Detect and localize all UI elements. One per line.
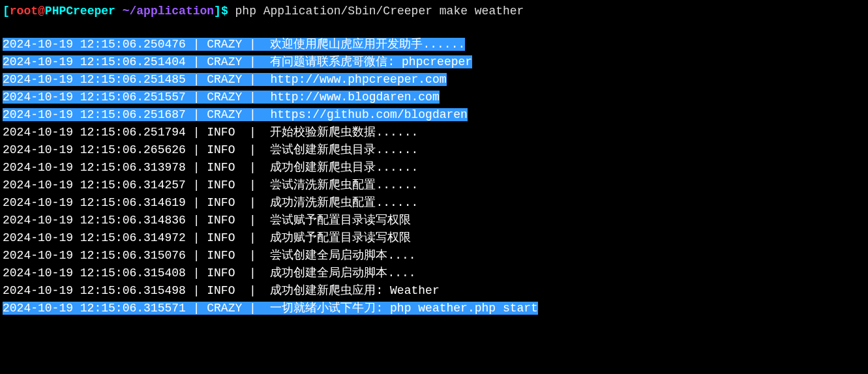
- log-normal-text: 2024-10-19 12:15:06.251794 | INFO | 开始校验…: [3, 126, 418, 139]
- log-line: 2024-10-19 12:15:06.315076 | INFO | 尝试创建…: [3, 247, 865, 265]
- log-line: 2024-10-19 12:15:06.251557 | CRAZY | htt…: [3, 89, 865, 106]
- log-line: 2024-10-19 12:15:06.315498 | INFO | 成功创建…: [3, 282, 865, 300]
- log-highlighted-text: 2024-10-19 12:15:06.250476 | CRAZY | 欢迎使…: [3, 38, 465, 51]
- log-normal-text: 2024-10-19 12:15:06.314836 | INFO | 尝试赋予…: [3, 214, 411, 227]
- prompt-path: /application: [129, 5, 214, 18]
- log-normal-text: 2024-10-19 12:15:06.315076 | INFO | 尝试创建…: [3, 249, 416, 262]
- log-normal-text: 2024-10-19 12:15:06.314619 | INFO | 成功清洗…: [3, 196, 418, 209]
- bracket-close: ]: [214, 5, 221, 18]
- log-highlighted-text: 2024-10-19 12:15:06.251485 | CRAZY | htt…: [3, 73, 447, 86]
- log-normal-text: 2024-10-19 12:15:06.313978 | INFO | 成功创建…: [3, 161, 418, 174]
- log-normal-text: 2024-10-19 12:15:06.315408 | INFO | 成功创建…: [3, 266, 416, 280]
- prompt-user: root: [10, 5, 38, 18]
- bracket-open: [: [3, 5, 10, 18]
- prompt-at: @: [38, 5, 45, 18]
- prompt-host: PHPCreeper: [45, 5, 123, 18]
- log-line: 2024-10-19 12:15:06.250476 | CRAZY | 欢迎使…: [3, 36, 865, 53]
- log-line: 2024-10-19 12:15:06.314836 | INFO | 尝试赋予…: [3, 212, 865, 229]
- log-line: 2024-10-19 12:15:06.315408 | INFO | 成功创建…: [3, 265, 865, 282]
- prompt-dollar: $: [221, 5, 235, 18]
- log-line: 2024-10-19 12:15:06.314619 | INFO | 成功清洗…: [3, 194, 865, 212]
- log-normal-text: 2024-10-19 12:15:06.265626 | INFO | 尝试创建…: [3, 143, 418, 156]
- log-highlighted-text: 2024-10-19 12:15:06.251557 | CRAZY | htt…: [3, 91, 440, 104]
- command-text: php Application/Sbin/Creeper make weathe…: [235, 5, 524, 18]
- log-highlighted-text: 2024-10-19 12:15:06.251687 | CRAZY | htt…: [3, 108, 468, 121]
- log-line: 2024-10-19 12:15:06.251794 | INFO | 开始校验…: [3, 124, 865, 141]
- log-line: 2024-10-19 12:15:06.314972 | INFO | 成功赋予…: [3, 229, 865, 247]
- log-output: 2024-10-19 12:15:06.250476 | CRAZY | 欢迎使…: [3, 36, 865, 317]
- log-line: 2024-10-19 12:15:06.315571 | CRAZY | 一切就…: [3, 300, 865, 317]
- log-line: 2024-10-19 12:15:06.251404 | CRAZY | 有问题…: [3, 53, 865, 71]
- log-line: 2024-10-19 12:15:06.251485 | CRAZY | htt…: [3, 71, 865, 89]
- prompt-line: [root@PHPCreeper ~/application]$ php App…: [3, 3, 865, 20]
- log-line: 2024-10-19 12:15:06.265626 | INFO | 尝试创建…: [3, 141, 865, 159]
- log-normal-text: 2024-10-19 12:15:06.315498 | INFO | 成功创建…: [3, 284, 440, 297]
- log-normal-text: 2024-10-19 12:15:06.314257 | INFO | 尝试清洗…: [3, 179, 418, 192]
- log-line: 2024-10-19 12:15:06.251687 | CRAZY | htt…: [3, 106, 865, 124]
- log-line: 2024-10-19 12:15:06.314257 | INFO | 尝试清洗…: [3, 177, 865, 194]
- log-highlighted-text: 2024-10-19 12:15:06.251404 | CRAZY | 有问题…: [3, 55, 472, 68]
- log-highlighted-text: 2024-10-19 12:15:06.315571 | CRAZY | 一切就…: [3, 302, 538, 315]
- prompt-tilde: ~: [123, 5, 130, 18]
- log-line: 2024-10-19 12:15:06.313978 | INFO | 成功创建…: [3, 159, 865, 177]
- log-normal-text: 2024-10-19 12:15:06.314972 | INFO | 成功赋予…: [3, 231, 411, 244]
